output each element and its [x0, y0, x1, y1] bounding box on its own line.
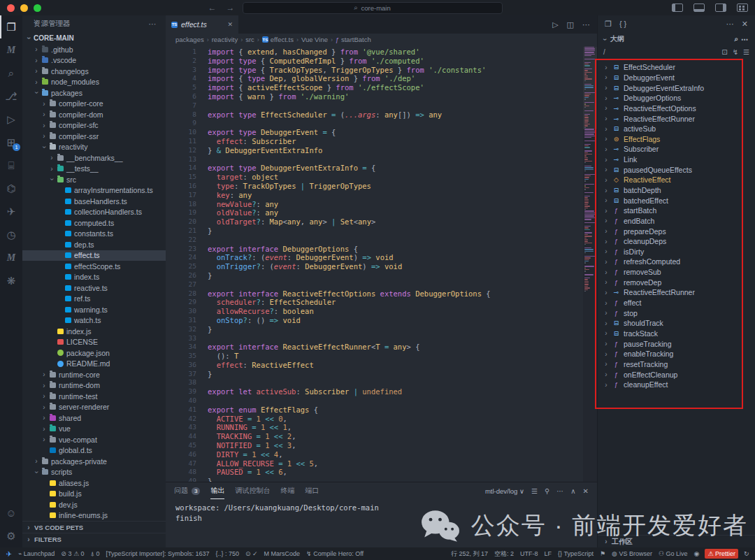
run-file-icon[interactable]: ▷	[552, 20, 558, 29]
code-line[interactable]: 16 type: TrackOpTypes | TriggerOpTypes	[166, 182, 597, 191]
tree-item[interactable]: ›server-renderer	[22, 402, 166, 413]
code-line[interactable]: 47 ALLOW_RECURSE = 1 << 5,	[166, 459, 597, 468]
tree-item[interactable]: global.d.ts	[22, 445, 166, 457]
tree-item[interactable]: ›__benchmarks__	[22, 152, 166, 164]
toggle-secondary-sidebar-icon[interactable]	[715, 3, 726, 12]
status-sync[interactable]: ↻	[740, 550, 752, 557]
settings-icon[interactable]: ⚙	[0, 524, 22, 547]
status-launchpad[interactable]: ⌁ Launchpad	[15, 550, 57, 557]
outline-item[interactable]: ›ƒresetTracking	[598, 359, 755, 370]
extensions-icon[interactable]: ⊞1	[0, 131, 22, 154]
clear-output-icon[interactable]: ☰	[531, 487, 538, 495]
code-line[interactable]: 10export type DebuggerEvent = {	[166, 128, 597, 137]
code-line[interactable]: 36 effect: ReactiveEffect	[166, 361, 597, 370]
tree-item[interactable]: ›runtime-core	[22, 369, 166, 380]
code-line[interactable]: 40	[166, 396, 597, 405]
tree-item[interactable]: ref.ts	[22, 294, 166, 305]
panel-tab-调试控制台[interactable]: 调试控制台	[235, 482, 270, 499]
outline-item[interactable]: ›ƒonEffectCleanup	[598, 369, 755, 380]
explorer-root-folder[interactable]: › CORE-MAIN	[22, 32, 166, 44]
outline-item[interactable]: ›ƒeffect	[598, 298, 755, 308]
tree-item[interactable]: ›compiler-core	[22, 99, 166, 110]
code-line[interactable]: 34export interface ReactiveEffectRunner<…	[166, 343, 597, 352]
customize-layout-icon[interactable]	[737, 3, 748, 12]
panel-tab-端口[interactable]: 端口	[305, 482, 319, 499]
tree-item[interactable]: baseHandlers.ts	[22, 196, 166, 207]
outline-item[interactable]: ›⊸Link	[598, 155, 755, 165]
outline-more-actions-icon[interactable]: ⋯	[741, 36, 748, 43]
status-language-mode[interactable]: {} TypeScript	[555, 550, 597, 557]
explorer-more-actions-icon[interactable]: ⋯	[149, 20, 157, 28]
tree-item[interactable]: ›.vscode	[22, 55, 166, 66]
code-editor[interactable]: 1import { extend, hasChanged } from '@vu…	[166, 45, 597, 482]
outline-item[interactable]: ›◇ReactiveEffect	[598, 175, 755, 185]
remote-explorer-icon[interactable]: ⌸	[0, 154, 22, 177]
outline-section-header[interactable]: › 大纲 ⌕ ⋯	[598, 32, 755, 46]
code-line[interactable]: 3import type { TrackOpTypes, TriggerOpTy…	[166, 66, 597, 75]
tree-item[interactable]: ›reactivity	[22, 142, 166, 153]
outline-item[interactable]: ›⊟DebuggerEvent	[598, 73, 755, 83]
command-center-search[interactable]: ⌕ core-main	[243, 2, 503, 14]
tree-item[interactable]: ›vue-compat	[22, 434, 166, 445]
outline-item[interactable]: ›ƒprepareDeps	[598, 226, 755, 236]
code-line[interactable]: 7	[166, 101, 597, 110]
status-ports[interactable]: ⍋ 0	[87, 550, 103, 558]
status-indentation[interactable]: 空格: 2	[491, 550, 517, 559]
code-line[interactable]: 46 DIRTY = 1 << 4,	[166, 450, 597, 459]
status-prettier[interactable]: ⚠ Prettier	[705, 549, 739, 559]
code-line[interactable]: 26}	[166, 271, 597, 280]
close-window-button[interactable]	[7, 4, 15, 12]
outline-item[interactable]: ›⊸ReactiveEffectOptions	[598, 103, 755, 114]
history-back-icon[interactable]: ←	[206, 3, 219, 13]
outline-item[interactable]: ›ƒpauseTracking	[598, 338, 755, 349]
tree-item[interactable]: ›changelogs	[22, 66, 166, 77]
tree-item[interactable]: ›__tests__	[22, 164, 166, 175]
code-line[interactable]: 22	[166, 236, 597, 245]
outline-list-mode-icon[interactable]: ☰	[743, 48, 749, 56]
tree-item[interactable]: aliases.js	[22, 478, 166, 489]
minimize-window-button[interactable]	[20, 4, 28, 12]
outline-filter-input[interactable]: / ⊡ ↯ ☰	[598, 46, 755, 58]
tree-item[interactable]: ›runtime-test	[22, 391, 166, 402]
code-line[interactable]: 11 effect: Subscriber	[166, 137, 597, 146]
code-line[interactable]: 44 TRACKING = 1 << 2,	[166, 432, 597, 441]
source-control-icon[interactable]: ⎇	[0, 85, 22, 108]
code-line[interactable]: 30 allowRecurse?: boolean	[166, 307, 597, 316]
code-line[interactable]: 33	[166, 334, 597, 343]
panel-more-actions-icon[interactable]: ⋯	[556, 487, 563, 495]
code-line[interactable]: 45 NOTIFIED = 1 << 3,	[166, 441, 597, 450]
tree-item[interactable]: ›runtime-dom	[22, 380, 166, 392]
tree-item[interactable]: build.js	[22, 489, 166, 500]
marscode-icon[interactable]: M	[0, 38, 22, 62]
code-line[interactable]: 5import { activeEffectScope } from './ef…	[166, 83, 597, 92]
m-plugin-icon[interactable]: M	[0, 246, 22, 269]
tree-item[interactable]: README.md	[22, 359, 166, 370]
code-line[interactable]: 29 scheduler?: EffectScheduler	[166, 298, 597, 307]
tree-item[interactable]: warning.ts	[22, 304, 166, 315]
close-tab-icon[interactable]: ✕	[227, 21, 233, 28]
tree-item[interactable]: dep.ts	[22, 239, 166, 250]
code-line[interactable]: 35 (): T	[166, 352, 597, 361]
sidebar-section-filters[interactable]: ›FILTERS	[22, 533, 166, 545]
editor-more-actions-icon[interactable]: ⋯	[582, 20, 590, 29]
tree-item[interactable]: ›compiler-sfc	[22, 120, 166, 131]
outline-item[interactable]: ›ƒisDirty	[598, 247, 755, 257]
minimap[interactable]	[583, 47, 597, 482]
code-line[interactable]: 19 oldValue?: any	[166, 208, 597, 217]
code-line[interactable]: 24 onTrack?: (event: DebuggerEvent) => v…	[166, 253, 597, 262]
code-line[interactable]: 25 onTrigger?: (event: DebuggerEvent) =>…	[166, 262, 597, 271]
breadcrumb-item[interactable]: Vue Vine	[301, 36, 328, 43]
breadcrumb-item[interactable]: TSeffect.ts	[262, 36, 294, 43]
tree-item[interactable]: package.json	[22, 347, 166, 359]
tree-item[interactable]: watch.ts	[22, 315, 166, 326]
outline-item[interactable]: ›ƒrefreshComputed	[598, 257, 755, 267]
testing-icon[interactable]: ⌬	[0, 177, 22, 200]
outline-item[interactable]: ›⊟batchedEffect	[598, 195, 755, 206]
code-line[interactable]: 15 target: object	[166, 173, 597, 182]
code-line[interactable]: 1import { extend, hasChanged } from '@vu…	[166, 48, 597, 57]
account-icon[interactable]: ☺	[0, 501, 22, 524]
status-eol[interactable]: LF	[541, 550, 555, 557]
outline-item[interactable]: ›ƒenableTracking	[598, 349, 755, 359]
codegeex-icon[interactable]: ✈	[0, 200, 22, 223]
outline-item[interactable]: ›⊟activeSub	[598, 124, 755, 134]
